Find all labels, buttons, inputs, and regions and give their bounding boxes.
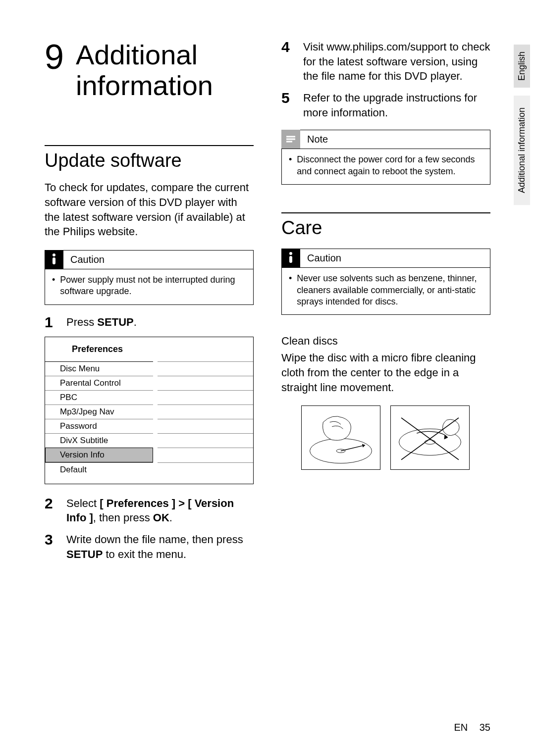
preferences-menu-screenshot: Preferences Disc MenuParental ControlPBC… (45, 337, 254, 484)
step3-pre: Write down the file name, then press (66, 533, 243, 546)
step3-button-name: SETUP (66, 548, 103, 560)
step1-post: . (134, 316, 137, 328)
menu-title: Preferences (45, 337, 253, 361)
section-divider (45, 145, 254, 146)
svg-rect-6 (289, 256, 292, 263)
step2-button-name: OK (153, 511, 169, 524)
step-2: 2 Select [ Preferences ] > [ Version Inf… (45, 496, 254, 525)
menu-row: Version Info (45, 448, 253, 462)
disc-circular-wipe-illustration (390, 405, 470, 470)
caution-icon (281, 249, 300, 267)
menu-item-label: Version Info (45, 448, 153, 462)
step1-pre: Press (66, 316, 97, 328)
bullet-icon: • (289, 273, 292, 307)
step-number: 4 (281, 40, 293, 54)
menu-item-value (158, 433, 253, 448)
section-title-update-software: Update software (45, 150, 254, 171)
menu-item-value (158, 390, 253, 404)
svg-point-11 (425, 440, 435, 445)
footer-page-number: 35 (480, 722, 490, 733)
chapter-title-text: Additional information (76, 40, 254, 101)
note-icon (281, 130, 300, 149)
svg-marker-9 (362, 444, 365, 448)
caution-box-care: Caution • Never use solvents such as ben… (281, 249, 490, 315)
chapter-number: 9 (45, 40, 64, 74)
caution-box-software: Caution • Power supply must not be inter… (45, 250, 254, 305)
disc-wipe-illustration (301, 405, 380, 470)
menu-item-label: PBC (45, 390, 153, 404)
page-footer: EN 35 (454, 722, 490, 733)
bullet-icon: • (289, 154, 292, 177)
caution-text: Never use solvents such as benzene, thin… (297, 273, 483, 307)
menu-item-value (158, 376, 253, 390)
menu-item-value (158, 448, 253, 462)
menu-item-value (158, 404, 253, 419)
caution-label: Caution (68, 251, 107, 268)
step-number: 1 (45, 315, 56, 330)
step-number: 5 (281, 91, 293, 105)
menu-item-label: DivX Subtitle (45, 433, 153, 448)
chapter-heading: 9 Additional information (45, 40, 254, 101)
menu-row: Parental Control (45, 376, 253, 390)
svg-rect-1 (53, 257, 55, 264)
step-number: 2 (45, 496, 56, 511)
step-3: 3 Write down the file name, then press S… (45, 532, 254, 561)
step-1: 1 Press SETUP. (45, 315, 254, 330)
step3-post: to exit the menu. (103, 548, 186, 560)
note-text: Disconnect the power cord for a few seco… (297, 154, 483, 177)
menu-row: PBC (45, 390, 253, 404)
menu-item-label: Password (45, 419, 153, 433)
clean-discs-heading: Clean discs (281, 335, 490, 348)
step2-post: . (169, 511, 172, 524)
section-title-care: Care (281, 217, 490, 239)
footer-lang: EN (454, 722, 468, 733)
disc-illustrations (281, 405, 490, 470)
note-box: Note • Disconnect the power cord for a f… (281, 130, 490, 185)
menu-row: DivX Subtitle (45, 433, 253, 448)
menu-item-value (158, 419, 253, 433)
menu-row: Default (45, 462, 253, 477)
side-tab-language: English (514, 45, 530, 88)
caution-text: Power supply must not be interrupted dur… (60, 274, 246, 298)
svg-point-0 (53, 253, 55, 256)
section-divider (281, 212, 490, 213)
bullet-icon: • (52, 274, 55, 298)
menu-row: Password (45, 419, 253, 433)
step2-mid: , then press (93, 511, 153, 524)
side-tabs: English Additional information (514, 45, 530, 205)
svg-point-5 (289, 252, 292, 255)
intro-paragraph: To check for updates, compare the curren… (45, 180, 254, 239)
step2-pre: Select (66, 497, 100, 509)
menu-row: Disc Menu (45, 361, 253, 376)
step-number: 3 (45, 532, 56, 547)
note-label: Note (305, 131, 330, 148)
step-4: 4 Visit www.philips.com/support to check… (281, 40, 490, 84)
step1-button-name: SETUP (97, 316, 133, 328)
menu-item-label: Default (45, 462, 153, 477)
step-5: 5 Refer to the upgrade instructions for … (281, 91, 490, 120)
caution-icon (45, 250, 63, 269)
menu-item-value (158, 462, 253, 477)
menu-row: Mp3/Jpeg Nav (45, 404, 253, 419)
menu-item-label: Parental Control (45, 376, 153, 390)
menu-item-value (158, 361, 253, 376)
step4-text: Visit www.philips.com/support to check f… (303, 40, 490, 84)
clean-discs-text: Wipe the disc with a micro fibre cleanin… (281, 351, 490, 395)
step5-text: Refer to the upgrade instructions for mo… (303, 91, 490, 120)
menu-item-label: Mp3/Jpeg Nav (45, 404, 153, 419)
caution-label: Caution (305, 250, 343, 267)
side-tab-section: Additional information (514, 96, 530, 205)
menu-item-label: Disc Menu (45, 361, 153, 376)
